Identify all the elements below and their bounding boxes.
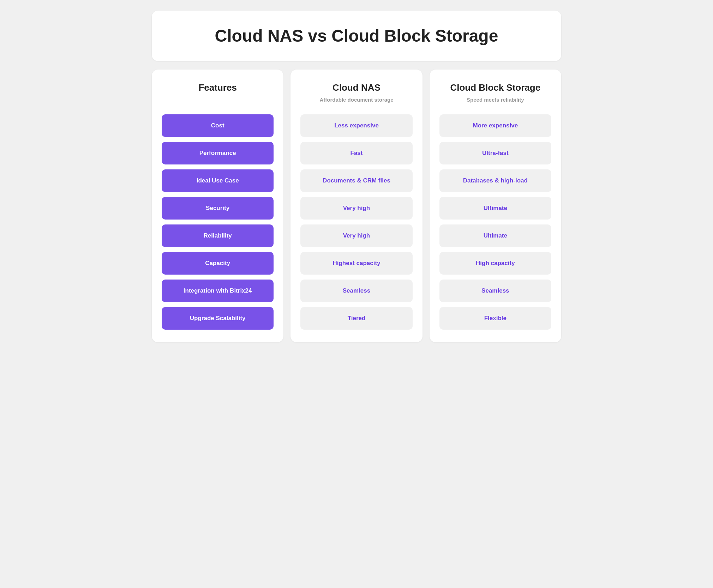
- block-security-value: Ultimate: [439, 197, 551, 220]
- cloud-block-column: Cloud Block Storage Speed meets reliabil…: [430, 70, 561, 342]
- feature-scalability-btn[interactable]: Upgrade Scalability: [162, 307, 274, 330]
- block-integration-value: Seamless: [439, 280, 551, 302]
- page-title: Cloud NAS vs Cloud Block Storage: [166, 26, 547, 46]
- block-performance-value: Ultra-fast: [439, 142, 551, 164]
- features-heading: Features: [198, 82, 236, 93]
- cloud-block-subtitle: Speed meets reliability: [467, 97, 524, 104]
- cloud-nas-column: Cloud NAS Affordable document storage Le…: [290, 70, 422, 342]
- nas-scalability-value: Tiered: [300, 307, 412, 330]
- nas-capacity-value: Highest capacity: [300, 252, 412, 275]
- block-ideal-use-value: Databases & high-load: [439, 169, 551, 192]
- nas-security-value: Very high: [300, 197, 412, 220]
- feature-reliability-btn[interactable]: Reliability: [162, 224, 274, 247]
- nas-ideal-use-value: Documents & CRM files: [300, 169, 412, 192]
- feature-cost-btn[interactable]: Cost: [162, 114, 274, 137]
- cloud-nas-heading: Cloud NAS: [332, 82, 381, 93]
- nas-integration-value: Seamless: [300, 280, 412, 302]
- feature-ideal-use-btn[interactable]: Ideal Use Case: [162, 169, 274, 192]
- nas-cost-value: Less expensive: [300, 114, 412, 137]
- block-cost-value: More expensive: [439, 114, 551, 137]
- feature-performance-btn[interactable]: Performance: [162, 142, 274, 164]
- nas-reliability-value: Very high: [300, 224, 412, 247]
- cloud-block-heading: Cloud Block Storage: [450, 82, 540, 93]
- nas-performance-value: Fast: [300, 142, 412, 164]
- comparison-grid: Features Cost Performance Ideal Use Case…: [152, 70, 561, 342]
- block-capacity-value: High capacity: [439, 252, 551, 275]
- feature-security-btn[interactable]: Security: [162, 197, 274, 220]
- title-card: Cloud NAS vs Cloud Block Storage: [152, 11, 561, 61]
- cloud-nas-subtitle: Affordable document storage: [319, 97, 393, 104]
- features-column: Features Cost Performance Ideal Use Case…: [152, 70, 283, 342]
- block-scalability-value: Flexible: [439, 307, 551, 330]
- feature-integration-btn[interactable]: Integration with Bitrix24: [162, 280, 274, 302]
- feature-capacity-btn[interactable]: Capacity: [162, 252, 274, 275]
- block-reliability-value: Ultimate: [439, 224, 551, 247]
